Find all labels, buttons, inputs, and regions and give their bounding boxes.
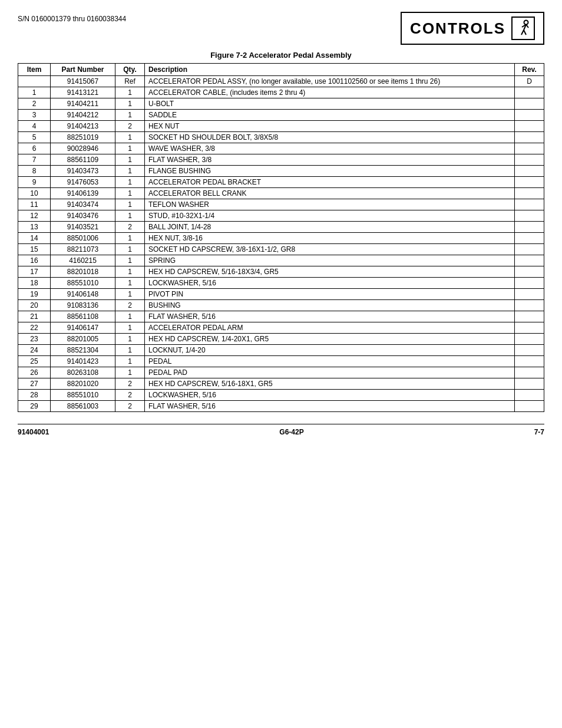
cell-item: 11 xyxy=(18,199,51,210)
cell-desc: FLAT WASHER, 3/8 xyxy=(145,154,515,166)
cell-qty: 1 xyxy=(115,143,145,154)
cell-part: 91404212 xyxy=(51,110,115,121)
cell-part: 88201020 xyxy=(51,378,115,390)
table-row: 10914061391ACCELERATOR BELL CRANK xyxy=(18,188,544,199)
cell-desc: SADDLE xyxy=(145,110,515,121)
footer-center: G6-42P xyxy=(279,428,303,436)
table-row: 13914035212BALL JOINT, 1/4-28 xyxy=(18,222,544,233)
cell-item: 18 xyxy=(18,278,51,289)
cell-rev xyxy=(515,121,544,132)
cell-rev xyxy=(515,334,544,345)
cell-desc: FLAT WASHER, 5/16 xyxy=(145,401,515,412)
cell-part: 88211073 xyxy=(51,244,115,255)
cell-part: 88521304 xyxy=(51,345,115,356)
cell-part: 88551010 xyxy=(51,390,115,401)
cell-part: 88561109 xyxy=(51,154,115,166)
cell-rev xyxy=(515,278,544,289)
cell-item: 2 xyxy=(18,98,51,110)
controls-box: CONTROLS xyxy=(401,12,544,45)
cell-qty: 1 xyxy=(115,87,145,98)
cell-desc: ACCELERATOR PEDAL BRACKET xyxy=(145,177,515,188)
cell-rev xyxy=(515,390,544,401)
cell-item: 16 xyxy=(18,255,51,266)
cell-desc: HEX NUT, 3/8-16 xyxy=(145,233,515,244)
cell-desc: HEX NUT xyxy=(145,121,515,132)
cell-rev xyxy=(515,244,544,255)
table-row: 1914131211ACCELERATOR CABLE, (includes i… xyxy=(18,87,544,98)
cell-item: 22 xyxy=(18,322,51,334)
cell-rev xyxy=(515,401,544,412)
page-footer: 91404001 G6-42P 7-7 xyxy=(18,424,544,436)
cell-part: 88501006 xyxy=(51,233,115,244)
cell-rev xyxy=(515,356,544,367)
cell-qty: 1 xyxy=(115,98,145,110)
cell-qty: 1 xyxy=(115,367,145,378)
cell-part: 91403474 xyxy=(51,199,115,210)
cell-part: 88251019 xyxy=(51,132,115,143)
col-header-rev: Rev. xyxy=(515,64,544,76)
cell-qty: 1 xyxy=(115,166,145,177)
cell-rev xyxy=(515,266,544,278)
cell-part: 88201005 xyxy=(51,334,115,345)
cell-rev xyxy=(515,345,544,356)
cell-rev xyxy=(515,255,544,266)
cell-item: 10 xyxy=(18,188,51,199)
cell-part: 91413121 xyxy=(51,87,115,98)
cell-rev xyxy=(515,311,544,322)
cell-rev xyxy=(515,222,544,233)
cell-part: 91406139 xyxy=(51,188,115,199)
cell-desc: BUSHING xyxy=(145,300,515,311)
cell-item: 15 xyxy=(18,244,51,255)
cell-part: 91404211 xyxy=(51,98,115,110)
cell-item: 7 xyxy=(18,154,51,166)
table-row: 5882510191SOCKET HD SHOULDER BOLT, 3/8X5… xyxy=(18,132,544,143)
table-row: 22914061471ACCELERATOR PEDAL ARM xyxy=(18,322,544,334)
cell-qty: 1 xyxy=(115,210,145,222)
cell-part: 91406148 xyxy=(51,289,115,300)
table-row: 9914760531ACCELERATOR PEDAL BRACKET xyxy=(18,177,544,188)
cell-part: 91476053 xyxy=(51,177,115,188)
cell-qty: 1 xyxy=(115,334,145,345)
cell-part: 88561108 xyxy=(51,311,115,322)
cell-part: 90028946 xyxy=(51,143,115,154)
cell-desc: LOCKNUT, 1/4-20 xyxy=(145,345,515,356)
cell-part: 80263108 xyxy=(51,367,115,378)
cell-part: 91415067 xyxy=(51,76,115,87)
col-header-item: Item xyxy=(18,64,51,76)
cell-rev xyxy=(515,233,544,244)
cell-item: 24 xyxy=(18,345,51,356)
table-row: 19914061481PIVOT PIN xyxy=(18,289,544,300)
cell-qty: 2 xyxy=(115,401,145,412)
table-row: 28885510102LOCKWASHER, 5/16 xyxy=(18,390,544,401)
serial-number: S/N 0160001379 thru 0160038344 xyxy=(18,12,126,23)
cell-rev xyxy=(515,132,544,143)
cell-rev xyxy=(515,378,544,390)
cell-item: 1 xyxy=(18,87,51,98)
cell-rev xyxy=(515,110,544,121)
table-row: 6900289461WAVE WASHER, 3/8 xyxy=(18,143,544,154)
cell-rev xyxy=(515,177,544,188)
cell-desc: ACCELERATOR BELL CRANK xyxy=(145,188,515,199)
svg-line-2 xyxy=(521,30,524,35)
cell-qty: 1 xyxy=(115,199,145,210)
table-row: 91415067RefACCELERATOR PEDAL ASSY, (no l… xyxy=(18,76,544,87)
cell-item: 8 xyxy=(18,166,51,177)
cell-qty: 2 xyxy=(115,222,145,233)
cell-item: 19 xyxy=(18,289,51,300)
col-header-desc: Description xyxy=(145,64,515,76)
table-row: 1641602151SPRING xyxy=(18,255,544,266)
cell-rev xyxy=(515,210,544,222)
svg-line-3 xyxy=(524,30,526,35)
cell-rev xyxy=(515,166,544,177)
table-row: 8914034731FLANGE BUSHING xyxy=(18,166,544,177)
table-row: 29885610032FLAT WASHER, 5/16 xyxy=(18,401,544,412)
table-row: 11914034741TEFLON WASHER xyxy=(18,199,544,210)
cell-qty: 2 xyxy=(115,121,145,132)
cell-part: 91403476 xyxy=(51,210,115,222)
table-row: 7885611091FLAT WASHER, 3/8 xyxy=(18,154,544,166)
cell-desc: SOCKET HD CAPSCREW, 3/8-16X1-1/2, GR8 xyxy=(145,244,515,255)
table-row: 27882010202HEX HD CAPSCREW, 5/16-18X1, G… xyxy=(18,378,544,390)
cell-item xyxy=(18,76,51,87)
cell-item: 21 xyxy=(18,311,51,322)
cell-item: 29 xyxy=(18,401,51,412)
